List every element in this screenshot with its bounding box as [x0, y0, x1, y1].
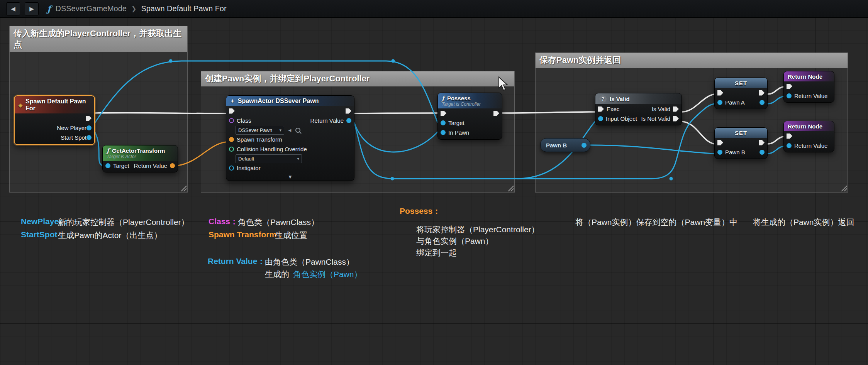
node-subtitle: Target is Actor [107, 154, 136, 159]
annotation-returnvalue-line2: 生成的角色实例（Pawn） [265, 269, 362, 280]
use-selected-icon[interactable]: ◄ [287, 127, 292, 133]
input-object-pin[interactable] [598, 116, 603, 121]
exec-in-pin[interactable] [441, 111, 446, 116]
pin-label: Return Value [794, 142, 827, 149]
pin-label: Target [113, 162, 129, 169]
annotation-returnvalue-line1: 由角色类（PawnClass） [265, 257, 354, 267]
instigator-pin[interactable] [229, 166, 234, 171]
mouse-cursor-icon [497, 76, 510, 92]
variable-name: Pawn B [546, 142, 567, 149]
pin-label: Input Object [606, 115, 637, 122]
forward-icon: ▶ [29, 5, 34, 12]
resize-handle-icon[interactable] [840, 185, 847, 191]
node-header[interactable]: ✦ SpawnActor DSSever Pawn [226, 96, 354, 106]
node-is-valid[interactable]: ? Is Valid Exec Is Valid Input Object Is… [595, 93, 682, 125]
annotation-return-text: 将生成的（Pawn实例）返回 [753, 217, 854, 228]
forward-button[interactable]: ▶ [25, 2, 39, 15]
node-header[interactable]: ƒ GetActorTransform Target is Actor [103, 145, 178, 161]
node-get-pawn-b[interactable]: Pawn B [540, 138, 590, 152]
collapse-pins-button[interactable]: ▼ [226, 173, 354, 181]
annotation-spawntransform-label: Spawn Transform： [209, 229, 285, 240]
is-valid-exec-out-pin[interactable] [673, 106, 679, 112]
node-header[interactable]: Return Node [784, 121, 834, 131]
node-return-1[interactable]: Return Node Return Value [783, 71, 834, 103]
pin-label: In Pawn [448, 129, 469, 136]
pin-label: Return Value [794, 93, 827, 99]
node-spawn-default-pawn-for[interactable]: ◈ Spawn Default Pawn For New Player Star… [14, 95, 95, 145]
return-value-pin[interactable] [346, 118, 351, 123]
annotation-save-text: 将（Pawn实例）保存到空的（Pawn变量）中 [575, 217, 737, 228]
exec-in-pin[interactable] [787, 84, 792, 89]
exec-out-pin[interactable] [346, 108, 351, 114]
target-pin[interactable] [105, 163, 110, 168]
pawn-b-output-pin[interactable] [581, 143, 587, 148]
collision-handling-pin[interactable] [229, 147, 234, 152]
node-title: Possess [447, 95, 471, 101]
pin-label: Return Value [310, 117, 344, 124]
annotation-possess-label: Possess： [400, 206, 441, 216]
resize-handle-icon[interactable] [180, 185, 186, 191]
question-icon: ? [599, 95, 607, 103]
annotation-returnvalue-line2-prefix: 生成的 [265, 270, 289, 279]
pin-label: Return Value [134, 162, 167, 169]
spawn-actor-icon: ✦ [230, 98, 235, 104]
chevron-right-icon: ❯ [131, 5, 136, 12]
comment-title[interactable]: 传入新生成的PlayerController，并获取出生点 [10, 26, 187, 52]
node-set-pawn-a[interactable]: SET Pawn A [714, 78, 768, 109]
return-value-pin[interactable] [170, 163, 175, 168]
node-header[interactable]: SET [715, 78, 767, 88]
node-header[interactable]: ? Is Valid [595, 93, 682, 104]
class-dropdown[interactable]: DSSever Pawn ▾ [236, 126, 284, 135]
node-header[interactable]: ◈ Spawn Default Pawn For [15, 96, 94, 113]
exec-out-pin[interactable] [759, 140, 765, 145]
new-player-pin[interactable] [86, 125, 92, 130]
node-set-pawn-b[interactable]: SET Pawn B [714, 127, 768, 159]
class-pin[interactable] [229, 118, 234, 123]
class-dropdown-value: DSSever Pawn [238, 127, 272, 133]
exec-out-pin[interactable] [759, 90, 765, 96]
return-value-pin[interactable] [787, 143, 792, 148]
node-header[interactable]: ƒ Possess Target is Controller [438, 93, 502, 108]
function-icon: ƒ [442, 95, 444, 102]
pawn-b-out-pin[interactable] [760, 150, 765, 155]
annotation-spawntransform-text: 生成位置 [275, 230, 307, 241]
node-header[interactable]: Return Node [784, 71, 834, 81]
pawn-b-in-pin[interactable] [717, 150, 722, 155]
exec-in-pin[interactable] [229, 108, 235, 114]
back-icon: ◀ [11, 5, 15, 12]
exec-in-pin[interactable] [717, 90, 723, 96]
node-header[interactable]: SET [715, 128, 767, 138]
exec-in-pin[interactable] [598, 106, 604, 112]
annotation-class-label: Class： [209, 216, 238, 227]
node-title: SpawnActor DSSever Pawn [238, 98, 319, 105]
exec-out-pin[interactable] [86, 116, 92, 121]
exec-in-pin[interactable] [717, 140, 723, 145]
collision-dropdown[interactable]: Default ▾ [236, 154, 302, 163]
back-button[interactable]: ◀ [6, 2, 20, 15]
return-value-pin[interactable] [787, 93, 792, 98]
breadcrumb-parent[interactable]: DSSeverGameMode [55, 4, 127, 13]
pawn-a-out-pin[interactable] [760, 100, 765, 105]
browse-icon[interactable] [295, 128, 300, 133]
pin-label: Target [448, 120, 465, 126]
pin-label: Instigator [237, 165, 261, 171]
node-possess[interactable]: ƒ Possess Target is Controller Target In… [437, 93, 502, 140]
chevron-down-icon: ▾ [279, 128, 281, 133]
node-return-2[interactable]: Return Node Return Value [783, 121, 834, 152]
resize-handle-icon[interactable] [507, 185, 514, 191]
annotation-newplayer-text: 新的玩家控制器（PlayerController） [58, 217, 189, 228]
comment-title[interactable]: 创建Pawn实例，并绑定到PlayerController [201, 71, 514, 86]
node-spawnactor-dssever-pawn[interactable]: ✦ SpawnActor DSSever Pawn Class Return V… [226, 95, 354, 181]
breadcrumb-current[interactable]: Spawn Default Pawn For [141, 4, 226, 13]
annotation-startspot-text: 生成Pawn的Actor（出生点） [58, 230, 162, 241]
exec-in-pin[interactable] [787, 133, 792, 139]
is-not-valid-exec-out-pin[interactable] [673, 116, 679, 122]
comment-title[interactable]: 保存Pawn实例并返回 [536, 53, 848, 68]
spawn-transform-pin[interactable] [229, 137, 234, 142]
exec-out-pin[interactable] [493, 111, 499, 116]
pawn-a-in-pin[interactable] [717, 100, 722, 105]
target-pin[interactable] [441, 120, 446, 125]
node-get-actor-transform[interactable]: ƒ GetActorTransform Target is Actor Targ… [102, 145, 178, 172]
start-spot-pin[interactable] [86, 135, 92, 140]
in-pawn-pin[interactable] [441, 130, 446, 135]
